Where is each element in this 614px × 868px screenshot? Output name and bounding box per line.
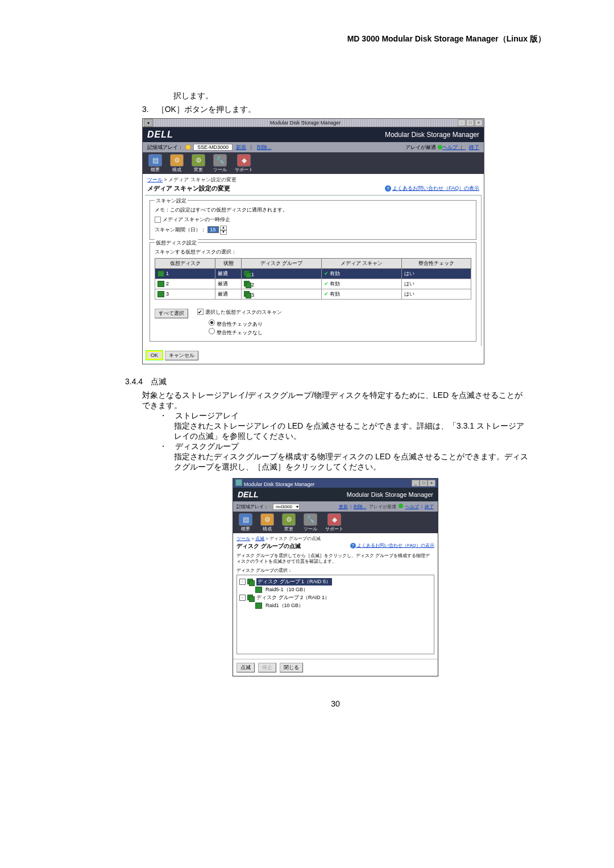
status-ok-icon bbox=[438, 145, 442, 149]
app-title-2: Modular Disk Storage Manager bbox=[347, 491, 433, 498]
update-link[interactable]: 更新 bbox=[339, 504, 348, 509]
window-buttons[interactable]: -□× bbox=[458, 119, 483, 126]
faq-link[interactable]: ?よくあるお問い合わせ（FAQ）の表示 bbox=[385, 185, 479, 192]
section-heading: 3.4.4 点滅 bbox=[125, 377, 529, 387]
app-title: Modular Disk Storage Manager bbox=[385, 131, 479, 139]
window-buttons-2[interactable]: _□× bbox=[412, 480, 435, 487]
page-title-2: ディスク グループの点滅 bbox=[237, 542, 301, 550]
step-3-text: 3. ［OK］ボタンを押します。 bbox=[142, 105, 529, 115]
toolbar-tools-2[interactable]: 🔧ツール bbox=[304, 513, 317, 532]
help-link[interactable]: ヘルプ bbox=[442, 144, 458, 150]
bullet1-body: 指定されたストレージアレイの LED を点滅させることができます。詳細は、「3.… bbox=[174, 421, 529, 442]
vd-table: 仮想ディスク 状態 ディスク グループ メディア スキャン 整合性チェック 1 … bbox=[155, 258, 471, 300]
delete-link-2[interactable]: 削除... bbox=[354, 504, 367, 509]
window-title-2: Modular Disk Storage Manager bbox=[244, 481, 315, 487]
expander-icon[interactable]: - bbox=[239, 595, 246, 601]
suspend-checkbox[interactable] bbox=[155, 217, 161, 223]
cancel-button[interactable]: キャンセル bbox=[165, 351, 198, 360]
duration-label: スキャン期間（日）： bbox=[155, 227, 206, 232]
suspend-label: メディア スキャンの一時停止 bbox=[163, 217, 231, 222]
close-button[interactable]: 閉じる bbox=[280, 663, 303, 672]
vd-settings-legend: 仮想ディスク設定 bbox=[155, 239, 198, 247]
table-row[interactable]: 1 最適 1 ✔有効 はい bbox=[155, 269, 471, 279]
spinner-up[interactable]: ▲ bbox=[220, 226, 227, 230]
scan-selected-label: 選択した仮想ディスクのスキャン bbox=[205, 309, 282, 315]
scan-settings-legend: スキャン設定 bbox=[155, 197, 188, 205]
new-link[interactable]: 新規 bbox=[236, 144, 246, 151]
screenshot-media-scan: ▾ Modular Disk Storage Manager -□× DELL … bbox=[142, 118, 484, 364]
vd-select-label: スキャンする仮想ディスクの選択： bbox=[155, 248, 471, 256]
stop-button[interactable]: 停止 bbox=[258, 663, 276, 672]
breadcrumb[interactable]: ツール > メディア スキャン設定の変更 bbox=[143, 174, 484, 184]
array-dropdown[interactable]: md3000 bbox=[273, 504, 300, 510]
blink-button[interactable]: 点滅 bbox=[237, 663, 255, 672]
select-all-button[interactable]: すべて選択 bbox=[155, 309, 188, 318]
ok-button[interactable]: OK bbox=[146, 351, 163, 360]
table-row[interactable]: 3 最適 3 ✔有効 はい bbox=[155, 289, 471, 300]
window-title: Modular Disk Storage Manager bbox=[153, 120, 458, 126]
radio-cc-off[interactable] bbox=[209, 328, 215, 334]
scan-selected-checkbox[interactable]: ✔ bbox=[197, 309, 204, 315]
status-ok-icon-2 bbox=[399, 504, 403, 508]
table-row[interactable]: 2 最適 2 ✔有効 はい bbox=[155, 279, 471, 289]
exit-link-2[interactable]: 終了 bbox=[425, 504, 434, 509]
expander-icon[interactable]: - bbox=[239, 579, 246, 585]
scan-note: メモ：この設定はすべての仮想ディスクに適用されます。 bbox=[155, 206, 471, 214]
status-text-2: アレイが最適 bbox=[369, 504, 396, 509]
delete-link[interactable]: 削除... bbox=[257, 144, 272, 151]
tree-node-dg1[interactable]: ディスク グループ 1（RAID 5） bbox=[256, 578, 332, 585]
toolbar-overview-2[interactable]: ▤概要 bbox=[239, 513, 252, 532]
spinner-down[interactable]: ▼ bbox=[220, 230, 227, 235]
screenshot-blink-dg: Modular Disk Storage Manager _□× DELL Mo… bbox=[233, 478, 438, 676]
tree-node-dg2[interactable]: ディスク グループ 2（RAID 1） bbox=[256, 594, 330, 601]
array-label-2: 記憶域アレイ： bbox=[237, 504, 268, 510]
breadcrumb-2[interactable]: ツール > 点滅 > ディスク グループの点滅 bbox=[233, 533, 438, 542]
toolbar-modify[interactable]: ⚙変更 bbox=[192, 154, 205, 173]
toolbar-config-2[interactable]: ⚙構成 bbox=[260, 513, 274, 532]
exit-link[interactable]: 終了 bbox=[469, 144, 479, 150]
tree-label: ディスク グループの選択： bbox=[233, 567, 438, 574]
blink-description: ディスク グループを選択してから［点滅］をクリックし、ディスク グループを構成す… bbox=[233, 552, 438, 567]
radio-cc-on[interactable] bbox=[209, 319, 215, 326]
array-status-icon bbox=[185, 144, 191, 150]
dell-logo-2: DELL bbox=[238, 490, 259, 499]
toolbar-config[interactable]: ⚙構成 bbox=[170, 154, 184, 173]
tree-node-vd1[interactable]: Raid5-1（10 GB） bbox=[265, 586, 308, 593]
status-text: アレイが最適 bbox=[405, 144, 436, 151]
section-p1: 対象となるストレージアレイ/ディスクグループ/物理ディスクを特定するために、LE… bbox=[142, 391, 529, 411]
continuation-text: 択します。 bbox=[173, 91, 529, 101]
window-menu-icon[interactable]: ▾ bbox=[144, 119, 153, 127]
help-link-2[interactable]: ヘルプ bbox=[405, 504, 419, 509]
bullet2-body: 指定されたディスクグループを構成する物理ディスクの LED を点滅させることがで… bbox=[174, 452, 529, 472]
array-name: SSE-MD3000 bbox=[193, 144, 233, 151]
array-label: 記憶域アレイ： bbox=[147, 144, 183, 151]
page-title: メディア スキャン設定の変更 bbox=[147, 184, 230, 193]
toolbar-modify-2[interactable]: ⚙変更 bbox=[282, 513, 296, 532]
toolbar-overview[interactable]: ▤概要 bbox=[148, 154, 162, 173]
tree-node-vd2[interactable]: Raid1（10 GB） bbox=[265, 602, 304, 609]
bullet2-title: ディスクグループ bbox=[175, 442, 239, 451]
array-status-icon-2 bbox=[269, 506, 271, 507]
duration-input[interactable]: 15 bbox=[208, 226, 219, 233]
bullet1-title: ストレージアレイ bbox=[175, 411, 239, 420]
dell-logo: DELL bbox=[147, 130, 173, 140]
disk-group-tree[interactable]: -ディスク グループ 1（RAID 5） Raid5-1（10 GB） -ディス… bbox=[237, 575, 434, 654]
toolbar-tools[interactable]: 🔧ツール bbox=[213, 154, 227, 173]
faq-link-2[interactable]: ? よくあるお問い合わせ（FAQ）の表示 bbox=[350, 542, 434, 550]
toolbar-support[interactable]: ◆サポート bbox=[235, 154, 253, 173]
page-header: MD 3000 Modular Disk Storage Manager（Lin… bbox=[347, 34, 546, 44]
page-number: 30 bbox=[142, 699, 529, 708]
toolbar-support-2[interactable]: ◆サポート bbox=[325, 513, 343, 532]
